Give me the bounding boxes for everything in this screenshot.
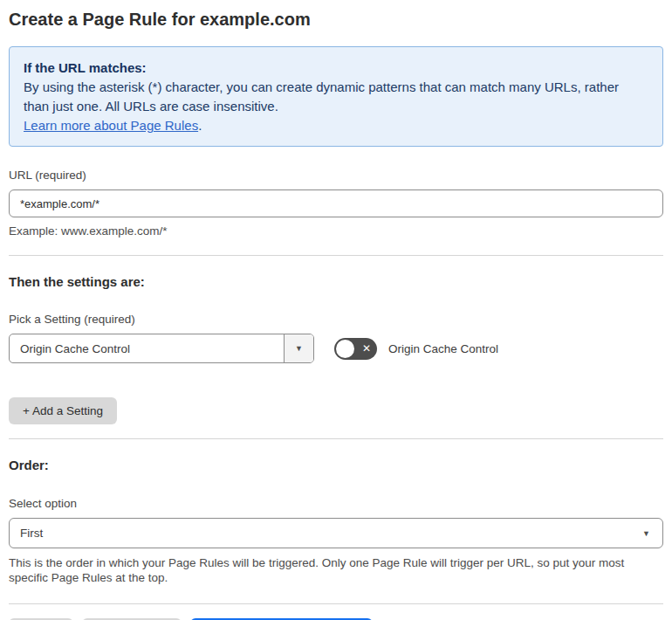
setting-select-arrow-button[interactable]: ▼ — [284, 334, 313, 362]
toggle-knob — [336, 340, 354, 358]
order-select-label: Select option — [9, 496, 663, 511]
toggle-group: ✕ Origin Cache Control — [334, 338, 498, 360]
footer-divider — [9, 603, 663, 604]
info-box-heading: If the URL matches: — [24, 59, 648, 78]
info-box-link-line: Learn more about Page Rules. — [24, 116, 648, 135]
section-divider — [9, 438, 663, 439]
toggle-off-icon: ✕ — [362, 338, 371, 360]
url-example-text: Example: www.example.com/* — [9, 224, 663, 238]
url-field-label: URL (required) — [9, 168, 663, 183]
setting-select-value: Origin Cache Control — [10, 334, 284, 362]
url-match-info-box: If the URL matches: By using the asteris… — [9, 46, 663, 147]
info-box-body: By using the asterisk (*) character, you… — [24, 78, 634, 116]
order-select-value: First — [20, 527, 43, 540]
chevron-down-icon: ▼ — [642, 529, 650, 537]
link-suffix: . — [198, 118, 202, 133]
add-setting-button[interactable]: + Add a Setting — [9, 397, 117, 424]
chevron-down-icon: ▼ — [295, 345, 303, 353]
learn-more-link[interactable]: Learn more about Page Rules — [24, 118, 198, 133]
url-input[interactable] — [9, 189, 663, 217]
order-select[interactable]: First ▼ — [9, 518, 663, 548]
setting-picker-label: Pick a Setting (required) — [9, 312, 663, 327]
page-title: Create a Page Rule for example.com — [9, 7, 663, 31]
order-help-text: This is the order in which your Page Rul… — [9, 555, 659, 585]
settings-section-heading: Then the settings are: — [9, 273, 663, 290]
order-section-heading: Order: — [9, 457, 663, 473]
page-rule-form: Create a Page Rule for example.com If th… — [0, 0, 672, 620]
setting-row: Origin Cache Control ▼ ✕ Origin Cache Co… — [9, 334, 663, 363]
setting-select[interactable]: Origin Cache Control ▼ — [9, 334, 314, 363]
origin-cache-control-toggle[interactable]: ✕ — [334, 338, 377, 360]
section-divider — [9, 255, 663, 256]
toggle-label: Origin Cache Control — [388, 342, 498, 355]
